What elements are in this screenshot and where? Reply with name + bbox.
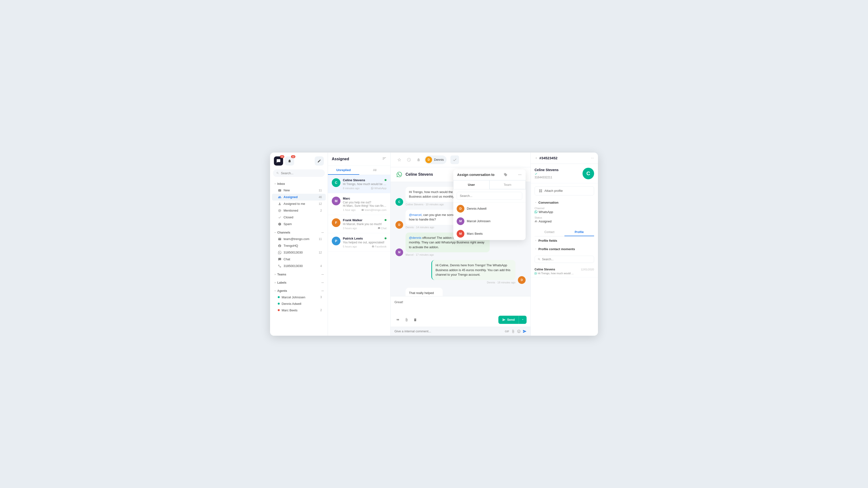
message-row-5: C That really helped me, thank you! Celi… xyxy=(396,288,526,296)
conv-sort-button[interactable] xyxy=(382,156,386,162)
labels-label: Labels xyxy=(277,281,286,284)
conv-item-patrick[interactable]: P Patrick Lewis You helped me out, appre… xyxy=(328,233,390,252)
attach-profile-button[interactable]: Attach profile xyxy=(534,186,594,195)
conv-section-chevron xyxy=(534,201,537,204)
sidebar-search-wrap[interactable] xyxy=(273,169,325,177)
send-dropdown-arrow[interactable] xyxy=(519,316,527,324)
check-button[interactable] xyxy=(451,156,459,164)
whatsapp-label: 31850013030 xyxy=(283,251,303,254)
agent-dot-dennis xyxy=(278,303,280,304)
sidebar-item-agent-dennis[interactable]: Dennis Adwell xyxy=(272,300,326,307)
sidebar-search xyxy=(270,169,328,180)
comment-input[interactable] xyxy=(395,329,503,333)
conv-item-marc[interactable]: M Marc Can you help me out? Hi Marc, Sur… xyxy=(328,193,390,215)
sidebar-item-chat[interactable]: Chat xyxy=(272,256,326,263)
channels-header[interactable]: Channels ··· xyxy=(270,229,328,236)
notification-button[interactable]: 12 xyxy=(285,156,294,166)
sidebar-search-input[interactable] xyxy=(281,171,321,175)
labels-header[interactable]: Labels ··· xyxy=(270,280,328,286)
send-button[interactable]: Send xyxy=(498,316,527,324)
sidebar-item-agent-marcel[interactable]: Marcel Johnssen 3 xyxy=(272,294,326,300)
conv-item-name-marc: Marc xyxy=(343,197,350,200)
sidebar-item-agent-marc[interactable]: Marc Beets 2 xyxy=(272,307,326,314)
conv-item-celine[interactable]: C Celine Stevens Hi Trengo, how much wou… xyxy=(328,175,390,193)
star-button[interactable] xyxy=(396,156,403,164)
sidebar-item-closed[interactable]: Closed xyxy=(272,214,326,221)
attach-button[interactable] xyxy=(403,317,410,323)
sidebar-item-whatsapp[interactable]: 31850013030 12 xyxy=(272,249,326,256)
user-avatar: D xyxy=(425,156,432,163)
bell-button[interactable] xyxy=(415,156,423,164)
channels-chevron-icon xyxy=(274,231,276,234)
tab-all[interactable]: All xyxy=(359,166,391,175)
send-comment-button[interactable] xyxy=(523,329,527,333)
conv-item-frank[interactable]: F Frank Walker Hi Marcel, thank you so m… xyxy=(328,215,390,233)
conversation-section-header[interactable]: Conversation xyxy=(531,198,598,207)
inbox-header[interactable]: Inbox xyxy=(270,181,328,187)
sidebar-item-phone[interactable]: 31850013030 4 xyxy=(272,263,326,269)
sidebar-item-email[interactable]: team@trengo.com 11 xyxy=(272,236,326,242)
clock-button[interactable] xyxy=(405,156,413,164)
quote-button[interactable] xyxy=(395,317,401,323)
teams-more-icon[interactable]: ··· xyxy=(321,273,324,276)
send-icon xyxy=(502,318,506,322)
agents-header[interactable]: Agents ··· xyxy=(270,288,328,294)
moment-item-celine[interactable]: Celine Stevens 12/01/2020 Hi Trengo, how… xyxy=(531,265,598,278)
contact-info: Celine Stevens 31644332211 xyxy=(534,168,580,179)
moments-search[interactable] xyxy=(534,256,594,263)
sidebar-item-new[interactable]: New 11 xyxy=(272,187,326,194)
agents-more-icon[interactable]: ··· xyxy=(321,289,324,293)
teams-header[interactable]: Teams ··· xyxy=(270,271,328,278)
emoji-button[interactable] xyxy=(517,329,521,333)
sidebar-item-mentioned[interactable]: Mentioned 2 xyxy=(272,207,326,214)
edit-button[interactable] xyxy=(315,156,324,166)
moment-date: 12/01/2020 xyxy=(581,268,594,271)
channels-more-icon[interactable]: ··· xyxy=(321,231,324,234)
labels-more-icon[interactable]: ··· xyxy=(321,281,324,284)
profile-moments-header[interactable]: Profile contact moments xyxy=(531,245,598,253)
sidebar-item-spam[interactable]: Spam xyxy=(272,221,326,227)
assign-search-input[interactable] xyxy=(457,192,522,200)
assign-agent-marc[interactable]: M Marc Beets xyxy=(453,227,526,240)
reply-textarea[interactable]: Great! xyxy=(395,299,527,314)
sidebar-item-assigned-to-me[interactable]: Assigned to me 12 xyxy=(272,200,326,207)
profile-fields-header[interactable]: Profile fields xyxy=(531,236,598,245)
contact-avatar-large: C xyxy=(583,168,594,179)
send-btn-main[interactable]: Send xyxy=(498,316,519,323)
user-pill[interactable]: D Dennis xyxy=(424,156,446,164)
labels-chevron-icon xyxy=(274,282,276,284)
conv-item-name-patrick: Patrick Lewis xyxy=(343,237,363,240)
whatsapp-icon xyxy=(278,251,282,255)
conv-item-preview2-marc: Hi Marc, Sure thing! You can find... xyxy=(343,204,386,207)
msg-col-4: Hi Celine, Dennis here from Trengo! The … xyxy=(396,260,516,284)
sidebar-item-facebook[interactable]: TrengoHQ xyxy=(272,242,326,249)
assigned-label: Assigned xyxy=(283,195,298,199)
profile-moments-title: Profile contact moments xyxy=(538,247,575,251)
assign-agent-dennis[interactable]: D Dennis Adwell xyxy=(453,202,526,215)
assign-agent-marcel[interactable]: M Marcel Johnssen xyxy=(453,215,526,227)
right-panel-more[interactable]: ··· xyxy=(591,156,594,160)
gif-button[interactable]: GIF xyxy=(505,330,509,333)
moments-search-input[interactable] xyxy=(542,258,591,261)
tab-contact[interactable]: Contact xyxy=(534,228,564,236)
agent-name-dennis: Dennis Adwell xyxy=(282,302,301,305)
delete-button[interactable] xyxy=(412,317,418,323)
assign-agent-name-dennis: Dennis Adwell xyxy=(467,207,487,210)
channel-label: Channel xyxy=(534,207,594,210)
assign-tab-team[interactable]: Team xyxy=(490,180,526,189)
tab-unreplied[interactable]: Unreplied xyxy=(328,166,359,175)
more-dots-icon[interactable] xyxy=(518,173,522,177)
conv-avatar-patrick: P xyxy=(332,237,340,245)
contact-card: Celine Stevens 31644332211 C xyxy=(531,164,598,184)
collapse-icon[interactable] xyxy=(534,156,538,160)
assign-agent-name-marc: Marc Beets xyxy=(467,232,483,235)
sidebar-item-assigned[interactable]: Assigned 46 xyxy=(272,194,326,200)
logo-button[interactable]: 12 xyxy=(274,156,283,166)
svg-point-5 xyxy=(521,174,521,175)
tab-profile[interactable]: Profile xyxy=(564,228,594,236)
attach-profile-label: Attach profile xyxy=(545,189,563,193)
assign-tab-user[interactable]: User xyxy=(453,180,490,189)
right-panel: #34523452 ··· Celine Stevens 31644332211… xyxy=(530,153,598,336)
conv-list: C Celine Stevens Hi Trengo, how much wou… xyxy=(328,175,390,336)
comment-attach-button[interactable] xyxy=(511,329,515,333)
